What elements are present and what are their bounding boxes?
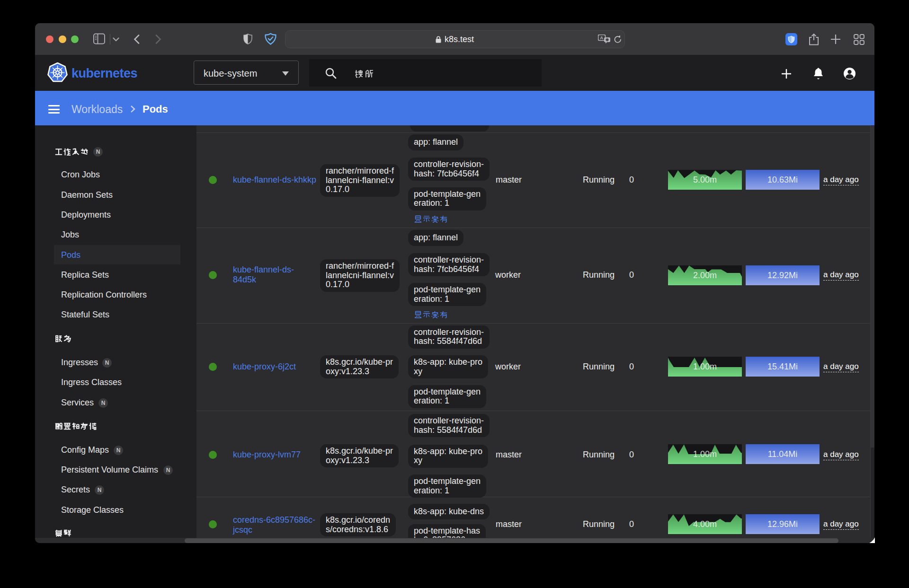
svg-text:A: A <box>600 35 604 40</box>
